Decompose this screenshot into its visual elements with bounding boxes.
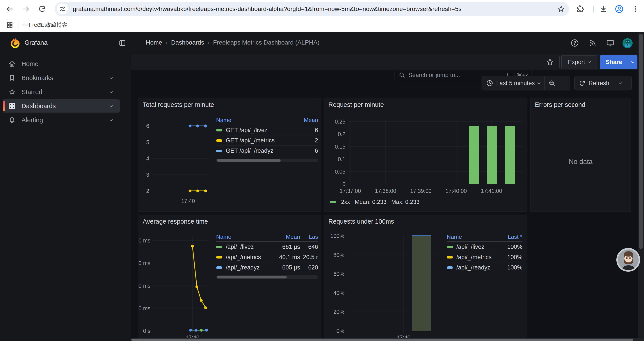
folder-icon <box>36 22 42 28</box>
time-range-picker[interactable]: Last 5 minutes <box>482 76 544 90</box>
grid-icon <box>8 102 16 110</box>
panel-request-per-minute[interactable]: Request per minute 0.250.20.150.10.05017… <box>324 98 527 212</box>
table-scrollbar[interactable] <box>216 159 318 162</box>
column-Mean[interactable]: Mean <box>270 233 300 240</box>
refresh-interval-button[interactable] <box>614 76 627 90</box>
bookmark-folders: Freeleaps收藏博客 <box>22 20 72 30</box>
breadcrumb-item[interactable]: Freeleaps Metrics Dashboard (ALPHA) <box>213 39 320 46</box>
column-name[interactable]: Name <box>447 233 500 240</box>
panel-average-response-time[interactable]: Average response time 80 ms60 ms40 ms20 … <box>138 215 321 341</box>
series-mean: 2 <box>303 137 318 144</box>
legend-table: NameMeanGET /api/_/livez6GET /api/_/metr… <box>216 116 318 156</box>
reload-icon[interactable] <box>37 4 47 14</box>
series-color-pill <box>216 129 222 131</box>
svg-text:40 ms: 40 ms <box>138 283 150 289</box>
panel-errors-per-second[interactable]: Errors per second No data <box>530 98 631 212</box>
grafana-logo-icon[interactable] <box>9 37 21 50</box>
share-button[interactable]: Share <box>600 55 628 69</box>
sidebar-item-bookmarks[interactable]: Bookmarks <box>3 71 120 85</box>
star-icon <box>8 88 16 96</box>
url-bar[interactable]: grafana.mathmast.com/d/deytv4rwavabkb/fr… <box>55 2 569 16</box>
series-name: GET /api/_/readyz <box>226 147 273 154</box>
horizontal-scrollbar-thumb[interactable] <box>131 338 633 341</box>
panel-total-requests[interactable]: Total requests per minute 6543217:40 Nam… <box>138 98 321 212</box>
assistant-avatar[interactable] <box>616 248 640 272</box>
column-name[interactable]: Name <box>216 233 270 240</box>
export-button[interactable]: Export <box>561 55 597 69</box>
series-name: /api/_/livez <box>226 244 254 250</box>
column-Last *[interactable]: Last * <box>500 233 522 240</box>
home-icon <box>8 60 16 68</box>
bookmarks-bar: Freeleaps收藏博客 <box>0 18 644 32</box>
bookmark-folder[interactable]: 收藏博客 <box>32 20 72 30</box>
chevron-down-icon[interactable] <box>110 104 113 107</box>
series-last: 620 <box>300 264 318 271</box>
svg-text:60 ms: 60 ms <box>138 260 150 266</box>
table-scrollbar[interactable] <box>216 275 318 279</box>
column-name[interactable]: Name <box>216 117 303 124</box>
legend-table: NameMeanLas/api/_/livez661 µs646/api/_/m… <box>216 232 318 272</box>
bookmarks-divider <box>18 21 18 29</box>
tv-kiosk-icon[interactable] <box>606 39 615 48</box>
sidebar-item-label: Starred <box>22 88 110 96</box>
breadcrumb-separator: › <box>166 39 168 46</box>
table-row[interactable]: /api/_/readyz605 µs620 <box>216 262 318 272</box>
table-row[interactable]: /api/_/livez100% <box>447 242 522 252</box>
legend-swatch[interactable] <box>330 201 336 203</box>
table-row[interactable]: /api/_/metrics100% <box>447 252 522 262</box>
profile-icon[interactable] <box>614 4 624 14</box>
extensions-icon[interactable] <box>576 4 585 14</box>
favorite-star-icon[interactable] <box>546 58 554 67</box>
bookmark-page-star-icon[interactable] <box>556 4 566 14</box>
legend-series-name[interactable]: 2xx <box>341 199 350 205</box>
download-icon[interactable] <box>599 4 608 14</box>
series-color-pill <box>447 246 453 248</box>
table-row[interactable]: GET /api/_/readyz6 <box>216 146 318 156</box>
forward-icon[interactable] <box>21 4 31 14</box>
table-row[interactable]: GET /api/_/metrics2 <box>216 135 318 146</box>
sidebar-item-alerting[interactable]: Alerting <box>3 113 120 127</box>
sidebar-item-starred[interactable]: Starred <box>3 85 120 99</box>
series-last: 100% <box>500 254 522 261</box>
back-icon[interactable] <box>5 4 14 14</box>
series-last: 100% <box>500 264 522 271</box>
zoom-out-time-button[interactable] <box>545 76 559 90</box>
user-avatar[interactable] <box>622 38 632 48</box>
series-mean: 661 µs <box>270 244 300 250</box>
column-Mean[interactable]: Mean <box>303 117 318 124</box>
site-info-icon[interactable] <box>57 4 68 15</box>
share-menu-button[interactable] <box>628 55 638 69</box>
table-row[interactable]: /api/_/livez661 µs646 <box>216 242 318 252</box>
breadcrumb-item[interactable]: Dashboards <box>171 39 204 46</box>
svg-text:6: 6 <box>146 123 149 129</box>
refresh-button[interactable]: Refresh <box>574 76 614 90</box>
sidebar-toggle-icon[interactable] <box>118 39 126 48</box>
breadcrumb-item[interactable]: Home <box>146 39 162 46</box>
table-header-row: NameLast * <box>447 232 522 242</box>
table-row[interactable]: /api/_/readyz100% <box>447 262 522 272</box>
series-color-pill <box>216 150 222 152</box>
vertical-scrollbar[interactable] <box>638 32 644 341</box>
brand-name[interactable]: Grafana <box>24 39 48 46</box>
svg-text:0%: 0% <box>336 328 344 334</box>
sidebar-item-dashboards[interactable]: Dashboards <box>3 99 120 113</box>
news-rss-icon[interactable] <box>588 39 597 48</box>
sidebar-item-home[interactable]: Home <box>3 57 120 71</box>
column-Las[interactable]: Las <box>300 233 318 240</box>
help-icon[interactable] <box>570 39 579 48</box>
bookmark-folder[interactable]: Freeleaps <box>22 24 30 26</box>
panel-requests-under-100ms[interactable]: Requests under 100ms 100%80%60%40%20%0%1… <box>324 215 527 341</box>
chevron-down-icon[interactable] <box>110 76 113 79</box>
vertical-scrollbar-thumb[interactable] <box>639 34 643 249</box>
apps-grid-icon[interactable] <box>5 20 14 30</box>
table-row[interactable]: /api/_/metrics40.1 ms20.5 r <box>216 252 318 262</box>
horizontal-scrollbar[interactable] <box>131 338 644 341</box>
table-row[interactable]: GET /api/_/livez6 <box>216 125 318 135</box>
chevron-down-icon[interactable] <box>110 118 113 121</box>
svg-text:17:40: 17:40 <box>181 198 195 204</box>
svg-text:2: 2 <box>146 188 149 194</box>
menu-kebab-icon[interactable] <box>630 4 640 14</box>
chevron-down-icon[interactable] <box>110 90 113 93</box>
series-name: /api/_/readyz <box>226 264 260 271</box>
series-color-pill <box>216 266 222 269</box>
